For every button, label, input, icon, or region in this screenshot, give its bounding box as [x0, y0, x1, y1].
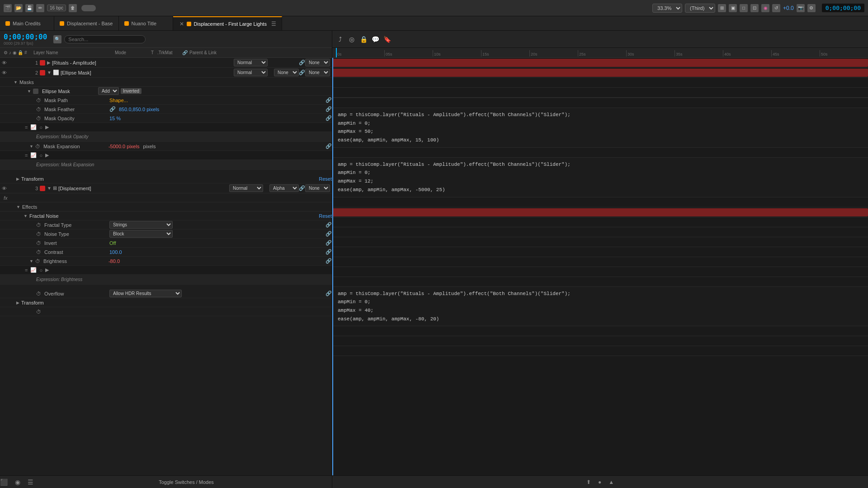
noise-type-stopwatch[interactable]: ⏱ [36, 231, 42, 237]
expr-graph-icon[interactable]: 📈 [30, 124, 37, 130]
effects-group-header[interactable]: ▼ Effects [0, 202, 332, 211]
tl-marker-icon[interactable]: 🔖 [383, 35, 391, 43]
pen-tool-icon[interactable]: ✏ [36, 4, 44, 12]
bottom-icon-mid[interactable]: ◉ [15, 479, 20, 486]
ellipse-mask-row[interactable]: ▼ Ellipse Mask Add Inverted [0, 87, 332, 96]
tab-displacement-first[interactable]: ✕ Displacement - First Large Lights ☰ [173, 16, 282, 30]
timecode-display[interactable]: 0;00;00;00 [822, 4, 864, 12]
bottom-icon-right[interactable]: ☰ [28, 479, 33, 486]
overflow-stopwatch[interactable]: ⏱ [36, 291, 42, 296]
layer-row-2[interactable]: 👁 2 ▼ ⬜ [Ellipse Mask] Normal None 🔗 N [0, 68, 332, 78]
fit-icon[interactable]: ⊞ [718, 4, 726, 12]
fractal-noise-reset[interactable]: Reset [319, 213, 332, 219]
layer-mode-3[interactable]: Normal [229, 184, 263, 192]
view-select[interactable]: (Third) [685, 4, 715, 13]
mask-opacity-name: Mask Opacity [44, 116, 108, 121]
layer-trkmat-3[interactable]: Alpha [269, 184, 299, 192]
mask-path-name: Mask Path [44, 98, 108, 103]
tl-bottom-mountain-icon[interactable]: ▲ [609, 479, 614, 485]
toggle-switches-label[interactable]: Toggle Switches / Modes [159, 479, 214, 485]
layer-parent-1[interactable]: None [305, 59, 330, 66]
timeline-tracks[interactable]: amp = thisComp.layer("Rituals - Amplitud… [332, 58, 868, 475]
color-wheel-icon[interactable]: ◉ [761, 4, 769, 12]
transform-row-2[interactable]: ▶ Transform Reset [0, 174, 332, 183]
mask-feather-stopwatch[interactable]: ⏱ [36, 107, 42, 112]
footage-button[interactable]: ⊡ [750, 4, 759, 12]
new-comp-icon[interactable]: 🎬 [4, 4, 12, 12]
mask-path-value[interactable]: Shape... [109, 98, 128, 103]
tl-comment-icon[interactable]: 💬 [371, 35, 379, 43]
expand-icon-2[interactable]: ▼ [47, 70, 52, 75]
expr-circle-icon[interactable]: ○ [39, 125, 42, 130]
invert-stopwatch[interactable]: ⏱ [36, 240, 42, 246]
tab-close-icon[interactable]: ✕ [179, 21, 184, 27]
tab-nuano-title[interactable]: Nuano Title [119, 16, 173, 30]
layer-mode-1[interactable]: Normal [234, 59, 268, 66]
save-icon[interactable]: 💾 [25, 4, 33, 12]
transform-row-3[interactable]: ▶ Transform [0, 298, 332, 307]
brightness-stopwatch[interactable]: ⏱ [35, 258, 42, 264]
noise-type-value[interactable]: Block [109, 230, 173, 238]
layer-button[interactable]: □ [740, 4, 748, 12]
mask-path-stopwatch[interactable]: ⏱ [36, 98, 42, 103]
mask-expansion-value[interactable]: -5000.0 pixels [108, 144, 140, 149]
expand-icon-3[interactable]: ▼ [47, 186, 52, 191]
layer-parent-2[interactable]: None [305, 69, 330, 76]
expr3-graph-icon[interactable]: 📈 [30, 267, 37, 273]
contrast-stopwatch[interactable]: ⏱ [36, 249, 42, 255]
mask-feather-value[interactable]: 850.0,850.0 pixels [119, 107, 159, 112]
mask-expansion-stopwatch[interactable]: ⏱ [35, 144, 42, 149]
fractal-noise-row[interactable]: ▼ Fractal Noise Reset [0, 211, 332, 221]
trash-icon[interactable]: 🗑 [69, 4, 77, 12]
open-icon[interactable]: 📂 [14, 4, 23, 12]
tab-main-credits[interactable]: Main Credits [0, 16, 54, 30]
extra-stopwatch[interactable]: ⏱ [36, 309, 42, 314]
layer-row-1[interactable]: 👁 1 ▶ [Rituals - Amplitude] Normal 🔗 Non… [0, 58, 332, 68]
fractal-noise-chevron: ▼ [24, 214, 28, 218]
layer-row-3[interactable]: 👁 3 ▼ ⊞ [Displacement] Normal Alpha 🔗 [0, 183, 332, 193]
camera-icon[interactable]: 📷 [797, 4, 805, 12]
expr-play-icon[interactable]: ▶ [45, 124, 49, 130]
layer-parent-3[interactable]: None [305, 184, 330, 192]
expr3-play-icon[interactable]: ▶ [45, 267, 49, 273]
mask-opacity-stopwatch[interactable]: ⏱ [36, 116, 42, 121]
track-bar-1 [332, 59, 868, 67]
tl-bottom-left-icon[interactable]: ⬆ [586, 479, 591, 485]
tl-bottom-dot-icon[interactable]: ● [598, 479, 601, 485]
expr2-equal-icon[interactable]: = [25, 153, 28, 158]
fractal-type-value[interactable]: Strings [109, 221, 173, 229]
layer-mode-2[interactable]: Normal [234, 69, 268, 76]
tl-solo-icon[interactable]: ◎ [348, 35, 356, 43]
expr-equal-icon[interactable]: = [25, 125, 28, 130]
sync-icon[interactable]: ↺ [772, 4, 780, 12]
vis-icon-2[interactable]: 👁 [2, 70, 9, 75]
vis-icon-1[interactable]: 👁 [2, 60, 9, 66]
masks-group-header[interactable]: ▼ Masks [0, 78, 332, 87]
expr3-equal-icon[interactable]: = [25, 267, 28, 273]
overflow-value[interactable]: Allow HDR Results [109, 290, 182, 297]
mask-opacity-value[interactable]: 15 % [109, 116, 121, 121]
tab-menu-icon[interactable]: ☰ [271, 21, 276, 27]
invert-value[interactable]: Off [109, 240, 116, 246]
contrast-value[interactable]: 100.0 [109, 249, 122, 255]
fractal-type-stopwatch[interactable]: ⏱ [36, 222, 42, 228]
tl-lock-icon[interactable]: 🔒 [359, 35, 368, 43]
zoom-select[interactable]: 33.3% [652, 4, 682, 13]
layer-search-input[interactable] [64, 35, 146, 43]
magnifier-icon[interactable]: 🔍 [53, 35, 61, 43]
vis-icon-3[interactable]: 👁 [2, 186, 9, 191]
expr2-graph-icon[interactable]: 📈 [30, 152, 37, 158]
expand-icon-1[interactable]: ▶ [47, 60, 51, 65]
ellipse-mask-mode[interactable]: Add [98, 87, 119, 95]
comp-button[interactable]: ▣ [729, 4, 737, 12]
expr2-circle-icon[interactable]: ○ [39, 153, 42, 158]
tab-displacement-base[interactable]: Displacement - Base [54, 16, 119, 30]
brightness-value[interactable]: -80.0 [108, 258, 120, 264]
settings-icon[interactable]: ⚙ [807, 4, 816, 12]
layer-trkmat-2[interactable]: None [274, 69, 299, 76]
expr3-circle-icon[interactable]: ○ [39, 267, 42, 273]
expr2-play-icon[interactable]: ▶ [45, 152, 49, 158]
transform-reset-2[interactable]: Reset [319, 176, 332, 182]
tl-snake-icon[interactable]: ⤴ [336, 35, 344, 43]
bottom-icon-left[interactable]: ⬛ [0, 479, 8, 486]
